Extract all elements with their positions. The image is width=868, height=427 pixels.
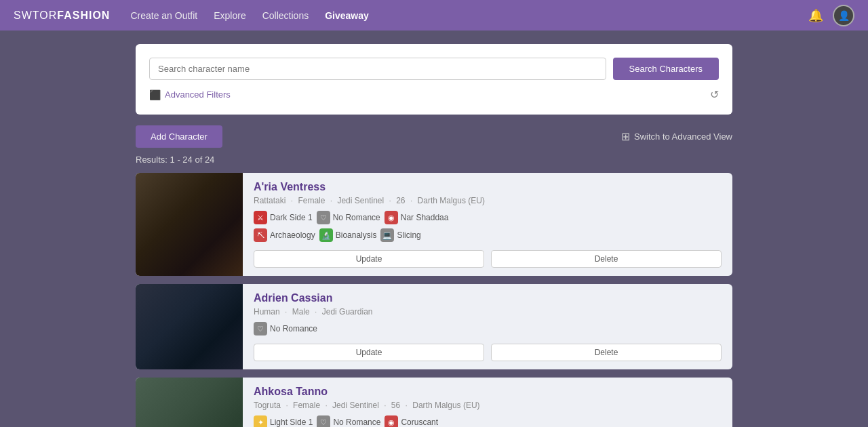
character-image <box>136 284 243 369</box>
archaeology-icon: ⛏ <box>254 228 267 242</box>
character-name: Adrien Cassian <box>254 292 722 304</box>
nav-explore[interactable]: Explore <box>214 10 245 21</box>
planet-label: Coruscant <box>401 418 438 427</box>
planet-icon: ◉ <box>384 211 398 224</box>
romance-tag: ♡ No Romance <box>317 415 380 427</box>
user-avatar[interactable]: 👤 <box>833 5 854 26</box>
character-list: A'ria Ventress Rattataki · Female · Jedi… <box>136 173 732 427</box>
tags-row: ♡ No Romance <box>254 322 722 336</box>
advanced-view-toggle[interactable]: ⊞ Switch to Advanced View <box>621 130 732 143</box>
results-count: Results: 1 - 24 of 24 <box>136 155 732 165</box>
skill-tag-3: 💻 Slicing <box>380 228 420 242</box>
site-title: SwtorFashion <box>14 9 110 22</box>
card-actions: Update Delete <box>254 250 722 268</box>
filter-icon: ⬛ <box>149 89 161 100</box>
search-row: Search Characters <box>149 58 719 80</box>
card-content: Adrien Cassian Human · Male · Jedi Guard… <box>243 284 732 369</box>
nav-giveaway[interactable]: Giveaway <box>325 10 369 21</box>
card-content: A'ria Ventress Rattataki · Female · Jedi… <box>243 173 732 276</box>
romance-icon: ♡ <box>317 211 330 224</box>
alignment-tag: ✦ Light Side 1 <box>254 415 313 427</box>
skills-row: ⛏ Archaeology 🔬 Bioanalysis 💻 Slicing <box>254 228 722 242</box>
tags-row: ⚔ Dark Side 1 ♡ No Romance ◉ Nar Shaddaa <box>254 211 722 224</box>
nav-create-outfit[interactable]: Create an Outfit <box>130 10 197 21</box>
search-input[interactable] <box>149 58 606 80</box>
character-meta: Rattataki · Female · Jedi Sentinel · 26 … <box>254 196 722 205</box>
advanced-filters-label: Advanced Filters <box>165 89 231 100</box>
alignment-label: Light Side 1 <box>270 418 313 427</box>
planet-tag: ◉ Nar Shaddaa <box>384 211 449 224</box>
update-button[interactable]: Update <box>254 344 484 361</box>
card-actions: Update Delete <box>254 344 722 361</box>
romance-icon: ♡ <box>317 415 330 427</box>
add-character-button[interactable]: Add Character <box>136 125 222 148</box>
romance-label: No Romance <box>333 418 380 427</box>
advanced-view-label: Switch to Advanced View <box>634 131 732 142</box>
delete-button[interactable]: Delete <box>491 344 722 361</box>
darkside-icon: ⚔ <box>254 211 267 224</box>
character-card: A'ria Ventress Rattataki · Female · Jedi… <box>136 173 732 276</box>
notification-bell-icon[interactable]: 🔔 <box>808 8 823 23</box>
skill-label-2: Bioanalysis <box>336 230 377 240</box>
lightside-icon: ✦ <box>254 415 267 427</box>
update-button[interactable]: Update <box>254 250 484 268</box>
bioanalysis-icon: 🔬 <box>319 228 333 242</box>
skill-tag-1: ⛏ Archaeology <box>254 228 315 242</box>
character-name: A'ria Ventress <box>254 181 722 193</box>
character-image <box>136 173 243 276</box>
filter-row: ⬛ Advanced Filters ↺ <box>149 88 719 101</box>
image-placeholder <box>136 173 243 276</box>
image-placeholder <box>136 284 243 369</box>
search-button[interactable]: Search Characters <box>613 58 719 80</box>
search-container: Search Characters ⬛ Advanced Filters ↺ <box>136 44 732 115</box>
character-meta: Human · Male · Jedi Guardian <box>254 307 722 317</box>
toolbar: Add Character ⊞ Switch to Advanced View <box>136 125 732 148</box>
romance-label: No Romance <box>333 213 380 222</box>
planet-label: Nar Shaddaa <box>401 213 449 222</box>
nav-collections[interactable]: Collections <box>262 10 309 21</box>
character-name: Ahkosa Tanno <box>254 386 722 398</box>
image-placeholder <box>136 378 243 427</box>
skill-label-1: Archaeology <box>270 230 315 240</box>
romance-icon: ♡ <box>254 322 267 336</box>
grid-icon: ⊞ <box>621 130 630 143</box>
alignment-label: Dark Side 1 <box>270 213 313 222</box>
alignment-tag: ⚔ Dark Side 1 <box>254 211 313 224</box>
character-image <box>136 378 243 427</box>
reset-icon[interactable]: ↺ <box>710 88 719 101</box>
site-header: SwtorFashion Create an Outfit Explore Co… <box>0 0 868 30</box>
skill-label-3: Slicing <box>397 230 420 240</box>
card-content: Ahkosa Tanno Togruta · Female · Jedi Sen… <box>243 378 732 427</box>
romance-label: No Romance <box>270 324 317 333</box>
advanced-filters-toggle[interactable]: ⬛ Advanced Filters <box>149 89 231 100</box>
delete-button[interactable]: Delete <box>491 250 722 268</box>
skill-tag-2: 🔬 Bioanalysis <box>319 228 377 242</box>
character-card: Ahkosa Tanno Togruta · Female · Jedi Sen… <box>136 378 732 427</box>
header-actions: 🔔 👤 <box>808 5 854 26</box>
main-nav: Create an Outfit Explore Collections Giv… <box>130 10 368 21</box>
romance-tag: ♡ No Romance <box>254 322 317 336</box>
planet-icon: ◉ <box>384 415 398 427</box>
slicing-icon: 💻 <box>380 228 394 242</box>
planet-tag: ◉ Coruscant <box>384 415 438 427</box>
character-card: Adrien Cassian Human · Male · Jedi Guard… <box>136 284 732 369</box>
character-meta: Togruta · Female · Jedi Sentinel · 56 · … <box>254 401 722 410</box>
tags-row: ✦ Light Side 1 ♡ No Romance ◉ Coruscant <box>254 415 722 427</box>
page-wrapper: Search Characters ⬛ Advanced Filters ↺ A… <box>129 30 739 427</box>
romance-tag: ♡ No Romance <box>317 211 380 224</box>
